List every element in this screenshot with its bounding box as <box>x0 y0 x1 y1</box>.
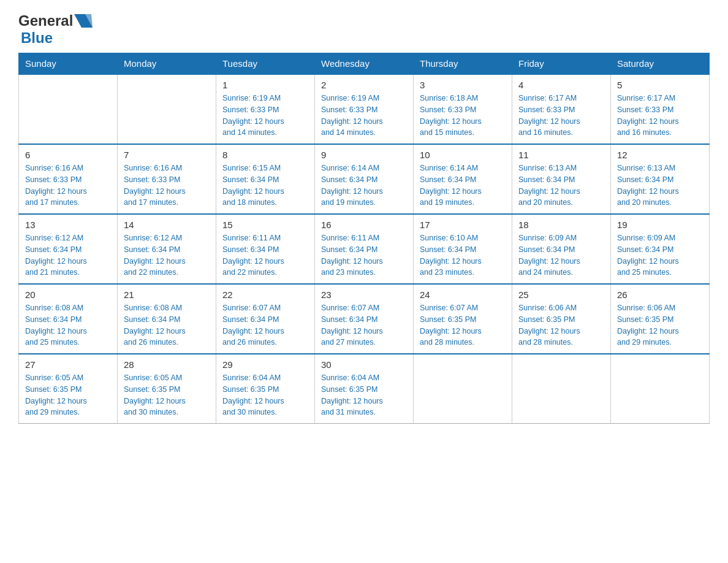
logo-blue-text: Blue <box>21 29 53 46</box>
calendar-cell <box>611 354 710 424</box>
calendar-body: 1Sunrise: 6:19 AM Sunset: 6:33 PM Daylig… <box>19 74 710 424</box>
calendar-table: SundayMondayTuesdayWednesdayThursdayFrid… <box>18 53 710 424</box>
day-info: Sunrise: 6:07 AM Sunset: 6:35 PM Dayligh… <box>420 304 482 347</box>
day-number: 28 <box>124 359 210 370</box>
day-number: 1 <box>222 80 308 90</box>
day-info: Sunrise: 6:18 AM Sunset: 6:33 PM Dayligh… <box>420 94 482 137</box>
page-header: General Blue <box>18 12 710 47</box>
day-number: 24 <box>420 289 506 300</box>
calendar-week-row: 13Sunrise: 6:12 AM Sunset: 6:34 PM Dayli… <box>19 214 710 284</box>
day-number: 15 <box>222 220 308 230</box>
calendar-cell: 26Sunrise: 6:06 AM Sunset: 6:35 PM Dayli… <box>611 284 710 354</box>
day-number: 18 <box>518 220 604 230</box>
day-info: Sunrise: 6:13 AM Sunset: 6:34 PM Dayligh… <box>617 164 679 207</box>
day-info: Sunrise: 6:15 AM Sunset: 6:34 PM Dayligh… <box>222 164 284 207</box>
day-number: 10 <box>420 150 506 160</box>
day-info: Sunrise: 6:04 AM Sunset: 6:35 PM Dayligh… <box>321 373 383 416</box>
calendar-cell: 3Sunrise: 6:18 AM Sunset: 6:33 PM Daylig… <box>414 74 512 144</box>
day-number: 7 <box>124 150 210 160</box>
calendar-week-row: 6Sunrise: 6:16 AM Sunset: 6:33 PM Daylig… <box>19 144 710 214</box>
day-number: 27 <box>25 359 111 370</box>
weekday-header-wednesday: Wednesday <box>315 53 414 75</box>
calendar-cell <box>19 74 118 144</box>
day-number: 17 <box>420 220 506 230</box>
weekday-header-monday: Monday <box>118 53 216 75</box>
weekday-header-row: SundayMondayTuesdayWednesdayThursdayFrid… <box>19 53 710 75</box>
calendar-cell: 16Sunrise: 6:11 AM Sunset: 6:34 PM Dayli… <box>315 214 414 284</box>
day-info: Sunrise: 6:11 AM Sunset: 6:34 PM Dayligh… <box>222 234 284 277</box>
calendar-cell: 4Sunrise: 6:17 AM Sunset: 6:33 PM Daylig… <box>512 74 611 144</box>
day-number: 21 <box>124 289 210 300</box>
calendar-cell: 19Sunrise: 6:09 AM Sunset: 6:34 PM Dayli… <box>611 214 710 284</box>
day-info: Sunrise: 6:05 AM Sunset: 6:35 PM Dayligh… <box>25 373 87 416</box>
calendar-cell: 22Sunrise: 6:07 AM Sunset: 6:34 PM Dayli… <box>216 284 315 354</box>
day-info: Sunrise: 6:16 AM Sunset: 6:33 PM Dayligh… <box>124 164 186 207</box>
calendar-cell: 21Sunrise: 6:08 AM Sunset: 6:34 PM Dayli… <box>118 284 216 354</box>
day-info: Sunrise: 6:19 AM Sunset: 6:33 PM Dayligh… <box>321 94 383 137</box>
weekday-header-sunday: Sunday <box>19 53 118 75</box>
calendar-cell: 15Sunrise: 6:11 AM Sunset: 6:34 PM Dayli… <box>216 214 315 284</box>
calendar-cell: 1Sunrise: 6:19 AM Sunset: 6:33 PM Daylig… <box>216 74 315 144</box>
day-number: 30 <box>321 359 407 370</box>
day-info: Sunrise: 6:12 AM Sunset: 6:34 PM Dayligh… <box>124 234 186 277</box>
day-info: Sunrise: 6:07 AM Sunset: 6:34 PM Dayligh… <box>321 304 383 347</box>
day-number: 5 <box>617 80 703 90</box>
day-info: Sunrise: 6:12 AM Sunset: 6:34 PM Dayligh… <box>25 234 87 277</box>
day-number: 16 <box>321 220 407 230</box>
day-number: 29 <box>222 359 308 370</box>
weekday-header-friday: Friday <box>512 53 611 75</box>
calendar-week-row: 20Sunrise: 6:08 AM Sunset: 6:34 PM Dayli… <box>19 284 710 354</box>
day-info: Sunrise: 6:06 AM Sunset: 6:35 PM Dayligh… <box>617 304 679 347</box>
day-number: 26 <box>617 289 703 300</box>
day-info: Sunrise: 6:17 AM Sunset: 6:33 PM Dayligh… <box>518 94 580 137</box>
calendar-week-row: 27Sunrise: 6:05 AM Sunset: 6:35 PM Dayli… <box>19 354 710 424</box>
day-number: 13 <box>25 220 111 230</box>
day-info: Sunrise: 6:16 AM Sunset: 6:33 PM Dayligh… <box>25 164 87 207</box>
day-number: 12 <box>617 150 703 160</box>
day-info: Sunrise: 6:17 AM Sunset: 6:33 PM Dayligh… <box>617 94 679 137</box>
day-info: Sunrise: 6:14 AM Sunset: 6:34 PM Dayligh… <box>420 164 482 207</box>
calendar-cell: 17Sunrise: 6:10 AM Sunset: 6:34 PM Dayli… <box>414 214 512 284</box>
day-number: 22 <box>222 289 308 300</box>
calendar-week-row: 1Sunrise: 6:19 AM Sunset: 6:33 PM Daylig… <box>19 74 710 144</box>
calendar-cell: 5Sunrise: 6:17 AM Sunset: 6:33 PM Daylig… <box>611 74 710 144</box>
calendar-cell: 25Sunrise: 6:06 AM Sunset: 6:35 PM Dayli… <box>512 284 611 354</box>
day-info: Sunrise: 6:13 AM Sunset: 6:34 PM Dayligh… <box>518 164 580 207</box>
day-number: 8 <box>222 150 308 160</box>
calendar-cell: 30Sunrise: 6:04 AM Sunset: 6:35 PM Dayli… <box>315 354 414 424</box>
calendar-cell: 11Sunrise: 6:13 AM Sunset: 6:34 PM Dayli… <box>512 144 611 214</box>
day-info: Sunrise: 6:06 AM Sunset: 6:35 PM Dayligh… <box>518 304 580 347</box>
calendar-cell: 7Sunrise: 6:16 AM Sunset: 6:33 PM Daylig… <box>118 144 216 214</box>
calendar-cell: 10Sunrise: 6:14 AM Sunset: 6:34 PM Dayli… <box>414 144 512 214</box>
day-number: 9 <box>321 150 407 160</box>
weekday-header-tuesday: Tuesday <box>216 53 315 75</box>
svg-marker-1 <box>80 14 93 28</box>
weekday-header-saturday: Saturday <box>611 53 710 75</box>
day-info: Sunrise: 6:19 AM Sunset: 6:33 PM Dayligh… <box>222 94 284 137</box>
calendar-cell: 2Sunrise: 6:19 AM Sunset: 6:33 PM Daylig… <box>315 74 414 144</box>
day-number: 4 <box>518 80 604 90</box>
calendar-cell: 13Sunrise: 6:12 AM Sunset: 6:34 PM Dayli… <box>19 214 118 284</box>
calendar-cell <box>512 354 611 424</box>
day-number: 20 <box>25 289 111 300</box>
logo[interactable]: General Blue <box>18 12 93 47</box>
calendar-cell: 28Sunrise: 6:05 AM Sunset: 6:35 PM Dayli… <box>118 354 216 424</box>
day-number: 2 <box>321 80 407 90</box>
calendar-cell: 6Sunrise: 6:16 AM Sunset: 6:33 PM Daylig… <box>19 144 118 214</box>
day-number: 11 <box>518 150 604 160</box>
calendar-cell: 9Sunrise: 6:14 AM Sunset: 6:34 PM Daylig… <box>315 144 414 214</box>
calendar-cell <box>414 354 512 424</box>
calendar-header: SundayMondayTuesdayWednesdayThursdayFrid… <box>19 53 710 75</box>
day-info: Sunrise: 6:14 AM Sunset: 6:34 PM Dayligh… <box>321 164 383 207</box>
day-number: 14 <box>124 220 210 230</box>
day-info: Sunrise: 6:11 AM Sunset: 6:34 PM Dayligh… <box>321 234 383 277</box>
calendar-cell: 14Sunrise: 6:12 AM Sunset: 6:34 PM Dayli… <box>118 214 216 284</box>
day-info: Sunrise: 6:05 AM Sunset: 6:35 PM Dayligh… <box>124 373 186 416</box>
day-number: 19 <box>617 220 703 230</box>
calendar-cell: 18Sunrise: 6:09 AM Sunset: 6:34 PM Dayli… <box>512 214 611 284</box>
day-info: Sunrise: 6:08 AM Sunset: 6:34 PM Dayligh… <box>124 304 186 347</box>
day-number: 3 <box>420 80 506 90</box>
day-info: Sunrise: 6:08 AM Sunset: 6:34 PM Dayligh… <box>25 304 87 347</box>
calendar-cell <box>118 74 216 144</box>
day-info: Sunrise: 6:10 AM Sunset: 6:34 PM Dayligh… <box>420 234 482 277</box>
